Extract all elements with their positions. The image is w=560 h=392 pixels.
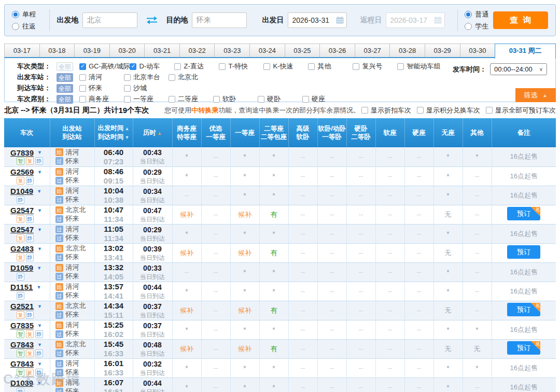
train-number-link[interactable]: G2521 — [10, 302, 34, 311]
checkbox-icon[interactable] — [308, 63, 315, 70]
book-button[interactable]: 预订兑 — [507, 303, 540, 316]
checkbox-icon[interactable] — [169, 74, 175, 81]
filter-option[interactable]: 北京北 — [169, 73, 213, 82]
filter-option[interactable]: K-快速 — [263, 62, 308, 71]
filter-option[interactable]: 其他 — [308, 62, 353, 71]
filter-option[interactable]: 硬座 — [302, 94, 347, 104]
date-tab[interactable]: 03-17 — [4, 44, 40, 58]
filter-option[interactable]: 复兴号 — [353, 62, 397, 71]
display-toggle[interactable]: 显示折扣车次 — [361, 106, 411, 115]
train-number-link[interactable]: D1049 — [10, 187, 33, 195]
expand-caret-icon[interactable]: ▼ — [37, 150, 42, 155]
date-tab-active[interactable]: 03-31 周二 — [495, 44, 556, 59]
checkbox-icon[interactable] — [79, 96, 86, 103]
to-station-input[interactable] — [192, 12, 247, 28]
train-number-link[interactable]: G7843 — [10, 340, 34, 349]
filter-all-button[interactable]: 全部 — [57, 84, 73, 93]
train-number-link[interactable]: D1151 — [10, 283, 33, 291]
book-button[interactable]: 预订 — [507, 245, 540, 259]
filter-all-button[interactable]: 全部 — [57, 62, 73, 71]
swap-stations-icon[interactable] — [146, 16, 158, 25]
passenger-type-normal[interactable]: 普通 — [465, 10, 493, 19]
date-tab[interactable]: 03-18 — [39, 44, 75, 58]
date-tab[interactable]: 03-30 — [460, 44, 496, 58]
checkbox-icon[interactable] — [124, 85, 131, 92]
checkbox-icon[interactable] — [174, 63, 181, 70]
filter-option[interactable]: 清河 — [79, 73, 124, 82]
expand-caret-icon[interactable]: ▼ — [37, 170, 42, 175]
date-tab[interactable]: 03-27 — [355, 44, 390, 58]
from-station-input[interactable] — [82, 12, 137, 28]
sort-arrow-icon[interactable]: ▼ — [125, 135, 130, 140]
depart-time-select[interactable]: 00:00--24:00 ∨ — [490, 63, 547, 75]
train-number-link[interactable]: G2569 — [10, 167, 34, 176]
filter-option[interactable]: 商务座 — [79, 94, 124, 104]
checkbox-icon[interactable] — [258, 96, 264, 103]
column-header[interactable]: 高级软卧 — [288, 118, 317, 147]
column-header[interactable]: 优选一等座 — [201, 118, 230, 147]
date-tab[interactable]: 03-20 — [109, 44, 145, 58]
column-header[interactable]: 历时▲ — [133, 118, 172, 147]
date-tab[interactable]: 03-29 — [425, 44, 460, 58]
passenger-type-student[interactable]: 学生 — [465, 22, 493, 31]
expand-caret-icon[interactable]: ▼ — [37, 361, 42, 367]
filter-option[interactable]: 二等座 — [169, 94, 213, 104]
date-tab[interactable]: 03-23 — [214, 44, 250, 58]
sort-arrow-icon[interactable]: ▲ — [157, 131, 162, 136]
checkbox-icon[interactable] — [361, 107, 368, 114]
column-header[interactable]: 无座 — [433, 118, 463, 147]
train-number-link[interactable]: G7839 — [10, 148, 34, 157]
column-header[interactable]: 出发站到达站 — [50, 118, 94, 147]
checkbox-icon[interactable] — [302, 96, 309, 103]
expand-caret-icon[interactable]: ▼ — [37, 304, 42, 309]
calendar-icon[interactable] — [336, 17, 344, 24]
filter-option[interactable]: 沙城 — [124, 83, 169, 93]
expand-caret-icon[interactable]: ▼ — [37, 246, 42, 251]
column-header[interactable]: 其他 — [463, 118, 492, 147]
radio-selected-icon[interactable] — [12, 11, 19, 18]
date-tab[interactable]: 03-26 — [319, 44, 355, 58]
filter-option[interactable]: 软卧 — [213, 94, 258, 104]
expand-caret-icon[interactable]: ▼ — [37, 265, 41, 271]
expand-caret-icon[interactable]: ▼ — [36, 285, 41, 290]
expand-caret-icon[interactable]: ▼ — [37, 208, 42, 213]
checkbox-icon[interactable] — [213, 96, 220, 103]
checkbox-icon[interactable] — [169, 96, 175, 103]
column-header[interactable]: 一等座 — [230, 118, 259, 147]
train-number-link[interactable]: D1039 — [10, 379, 33, 387]
display-toggle[interactable]: 显示积分兑换车次 — [417, 106, 480, 115]
train-number-link[interactable]: G2483 — [10, 244, 34, 253]
checkbox-icon[interactable] — [263, 63, 270, 70]
checkbox-icon[interactable] — [79, 74, 86, 81]
filter-option[interactable]: 北京丰台 — [124, 73, 169, 82]
date-tab[interactable]: 03-22 — [179, 44, 215, 58]
expand-caret-icon[interactable]: ▼ — [37, 342, 42, 347]
date-tab[interactable]: 03-19 — [74, 44, 110, 58]
column-header[interactable]: 软卧/动卧一等卧 — [317, 118, 346, 147]
filter-option[interactable]: D-动车 — [130, 62, 174, 71]
filter-option[interactable]: 怀来 — [79, 83, 124, 93]
filter-all-button[interactable]: 全部 — [57, 95, 73, 104]
filter-option[interactable]: Z-直达 — [174, 62, 219, 71]
checkbox-icon[interactable] — [219, 63, 226, 70]
expand-caret-icon[interactable]: ▼ — [37, 189, 41, 194]
filter-option[interactable]: 一等座 — [124, 94, 169, 104]
column-header[interactable]: 车次 — [4, 118, 50, 147]
checkbox-icon[interactable] — [79, 63, 86, 70]
date-tab[interactable]: 03-24 — [249, 44, 285, 58]
date-tab[interactable]: 03-25 — [285, 44, 320, 58]
expand-caret-icon[interactable]: ▼ — [37, 227, 42, 232]
filter-option[interactable]: 智能动车组 — [397, 62, 442, 71]
checkbox-icon[interactable] — [124, 96, 131, 103]
column-header[interactable]: 二等座二等包座 — [259, 118, 288, 147]
query-button[interactable]: 查询 — [493, 11, 549, 29]
book-button[interactable]: 预订兑 — [507, 341, 540, 355]
column-header[interactable]: 硬卧二等卧 — [346, 118, 375, 147]
book-button[interactable]: 预订兑 — [507, 207, 540, 220]
checkbox-icon[interactable] — [397, 63, 404, 70]
checkbox-icon[interactable] — [417, 107, 424, 114]
checkbox-icon[interactable] — [79, 85, 86, 92]
train-number-link[interactable]: D1059 — [10, 263, 33, 272]
filter-option[interactable]: 硬卧 — [258, 94, 302, 104]
checkbox-icon[interactable] — [486, 107, 493, 114]
